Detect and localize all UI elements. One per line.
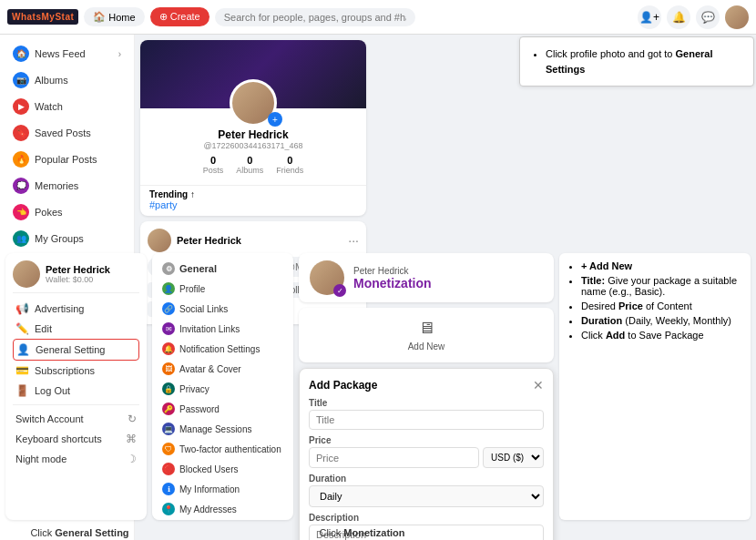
- post-more-icon[interactable]: ···: [348, 233, 359, 248]
- sidebar-item-popular-posts[interactable]: 🔥 Popular Posts: [4, 147, 130, 172]
- settings-blocked-users[interactable]: 🚫 Blocked Users: [158, 459, 288, 479]
- home-button[interactable]: 🏠 Home: [84, 7, 144, 26]
- price-field: Price USD ($): [309, 435, 544, 468]
- settings-manage-sessions[interactable]: 💻 Manage Sessions: [158, 419, 288, 439]
- bottom-labels: Click General Setting Click Monetization: [0, 527, 756, 538]
- switch-icon: ↻: [128, 413, 137, 425]
- night-mode-row[interactable]: Night mode ☽: [13, 449, 139, 469]
- add-new-card[interactable]: 🖥 Add New: [299, 308, 554, 362]
- search-input[interactable]: [215, 8, 415, 26]
- post-user-name: Peter Hedrick: [177, 235, 241, 246]
- profile-name: Peter Hedrick: [149, 128, 357, 141]
- user-menu-panel: Peter Hedrick Wallet: $0.00 📢 Advertisin…: [5, 253, 147, 520]
- settings-avatar-cover[interactable]: 🖼 Avatar & Cover: [158, 359, 288, 379]
- hint-add-save: Click Add to Save Package: [581, 330, 741, 341]
- notification-icon[interactable]: 🔔: [667, 5, 690, 29]
- sidebar-item-news-feed[interactable]: 🏠 News Feed ›: [4, 41, 130, 66]
- sidebar-item-pokes[interactable]: 👈 Pokes: [4, 199, 130, 225]
- settings-panel: ⚙ General 👤 Profile 🔗 Social Links ✉ Inv…: [152, 253, 293, 520]
- price-input[interactable]: [309, 447, 479, 468]
- settings-profile[interactable]: 👤 Profile: [158, 279, 288, 299]
- sidebar-item-saved-posts[interactable]: 🔖 Saved Posts: [4, 120, 130, 146]
- user-menu-avatar: [13, 260, 40, 288]
- settings-addresses-label: My Addresses: [179, 504, 237, 515]
- hint-price: Desired Price of Content: [581, 301, 741, 311]
- user-menu-name: Peter Hedrick: [46, 264, 110, 275]
- currency-select[interactable]: USD ($): [483, 447, 544, 468]
- keyboard-shortcuts-label: Keyboard shortcuts: [15, 433, 102, 444]
- settings-2fa[interactable]: 🛡 Two-factor authentication: [158, 439, 288, 459]
- advertising-icon: 📢: [15, 302, 29, 315]
- settings-social-label: Social Links: [179, 304, 228, 314]
- sidebar-item-memories[interactable]: 💭 Memories: [4, 173, 130, 199]
- add-new-label: Add New: [408, 341, 445, 352]
- settings-avatar-label: Avatar & Cover: [179, 364, 241, 374]
- sidebar-pokes-label: Pokes: [35, 207, 63, 218]
- switch-account-row[interactable]: Switch Account ↻: [13, 409, 139, 429]
- settings-privacy-label: Privacy: [179, 384, 209, 394]
- settings-password[interactable]: 🔑 Password: [158, 399, 288, 419]
- settings-notif-label: Notification Settings: [179, 344, 260, 354]
- general-setting-item[interactable]: 👤 General Setting: [13, 339, 139, 361]
- settings-my-addresses[interactable]: 📍 My Addresses: [158, 499, 288, 519]
- profile-cover-card: + Peter Hedrick @1722600344163171_468 0 …: [140, 40, 366, 216]
- logout-item[interactable]: 🚪 Log Out: [13, 381, 139, 401]
- settings-profile-label: Profile: [179, 284, 205, 294]
- settings-notifications[interactable]: 🔔 Notification Settings: [158, 339, 288, 359]
- duration-select[interactable]: Daily: [309, 485, 544, 507]
- user-avatar[interactable]: [725, 5, 749, 29]
- create-button[interactable]: ⊕ Create: [150, 7, 209, 26]
- monetization-user-name: Peter Hedrick: [353, 266, 432, 276]
- instruction-text: Click profile photo and got to General S…: [546, 46, 741, 76]
- sidebar-item-my-groups[interactable]: 👥 My Groups: [4, 226, 130, 251]
- edit-label: Edit: [35, 323, 52, 334]
- sidebar-item-watch[interactable]: ▶ Watch: [4, 94, 130, 119]
- duration-label: Duration: [309, 474, 544, 484]
- keyboard-shortcuts-row[interactable]: Keyboard shortcuts ⌘: [13, 429, 139, 449]
- sidebar-albums-label: Albums: [35, 75, 68, 86]
- post-user-avatar: [148, 229, 171, 252]
- trending-label: Trending ↑: [149, 189, 357, 199]
- monetization-header-card: ✓ Peter Hedrick Monetization: [299, 253, 554, 302]
- add-friend-icon[interactable]: 👤+: [638, 5, 661, 29]
- trending-tag[interactable]: #party: [149, 199, 357, 210]
- settings-invitation-links[interactable]: ✉ Invitation Links: [158, 319, 288, 339]
- hint-title: Title: Give your package a suitable name…: [581, 275, 741, 297]
- subscriptions-item[interactable]: 💳 Subscriptions: [13, 361, 139, 381]
- hint-add-new: + Add New: [581, 260, 741, 271]
- sidebar-watch-label: Watch: [35, 101, 63, 112]
- message-icon[interactable]: 💬: [696, 5, 720, 29]
- settings-general[interactable]: ⚙ General: [158, 259, 288, 279]
- subscriptions-icon: 💳: [15, 364, 29, 377]
- settings-invitation-label: Invitation Links: [179, 324, 240, 334]
- title-label: Title: [309, 398, 544, 408]
- night-mode-label: Night mode: [15, 453, 66, 464]
- sidebar-memories-label: Memories: [35, 180, 78, 191]
- settings-2fa-label: Two-factor authentication: [179, 444, 281, 454]
- logout-label: Log Out: [35, 385, 70, 396]
- advertising-item[interactable]: 📢 Advertising: [13, 299, 139, 319]
- topnav: WhatsMyStat 🏠 Home ⊕ Create 👤+ 🔔 💬: [0, 0, 756, 35]
- settings-verification[interactable]: ✓ Verification: [158, 519, 288, 520]
- albums-stat: 0 Albums: [236, 155, 263, 175]
- title-input[interactable]: [309, 410, 544, 430]
- settings-privacy[interactable]: 🔒 Privacy: [158, 379, 288, 399]
- sidebar-groups-label: My Groups: [35, 233, 84, 244]
- profile-id: @1722600344163171_468: [149, 141, 357, 150]
- click-gs-label: Click General Setting: [30, 527, 128, 538]
- switch-account-label: Switch Account: [15, 413, 84, 424]
- modal-close-button[interactable]: ✕: [533, 378, 544, 392]
- posts-stat: 0 Posts: [203, 155, 224, 175]
- keyboard-icon: ⌘: [126, 433, 137, 445]
- settings-social-links[interactable]: 🔗 Social Links: [158, 299, 288, 319]
- general-setting-icon: 👤: [16, 343, 30, 356]
- modal-title: Add Package: [309, 379, 377, 392]
- settings-my-information[interactable]: ℹ My Information: [158, 479, 288, 499]
- sidebar-item-albums[interactable]: 📷 Albums: [4, 67, 130, 93]
- add-package-modal: Add Package ✕ Title Price USD ($): [299, 368, 554, 540]
- edit-item[interactable]: ✏️ Edit: [13, 319, 139, 339]
- title-field: Title: [309, 398, 544, 430]
- description-label: Description: [309, 513, 544, 523]
- add-photo-btn[interactable]: +: [268, 112, 282, 127]
- logout-icon: 🚪: [15, 384, 29, 397]
